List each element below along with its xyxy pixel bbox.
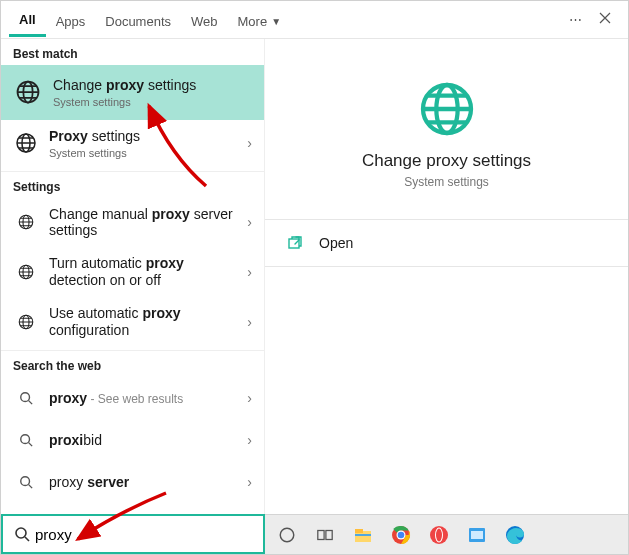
result-proxy-settings[interactable]: Proxy settings System settings ›	[1, 120, 264, 167]
chevron-right-icon: ›	[243, 264, 256, 280]
taskbar-cortana[interactable]	[273, 521, 301, 549]
more-options-button[interactable]: ⋯	[560, 5, 590, 35]
chevron-right-icon: ›	[243, 135, 256, 151]
search-icon	[13, 469, 39, 495]
result-title: proxy server	[49, 474, 233, 491]
tab-documents[interactable]: Documents	[95, 4, 181, 36]
svg-rect-24	[355, 534, 371, 536]
result-title: Use automatic proxy configuration	[49, 305, 233, 339]
chevron-down-icon: ▼	[271, 16, 281, 27]
chevron-right-icon: ›	[243, 432, 256, 448]
settings-result[interactable]: Use automatic proxy configuration›	[1, 297, 264, 347]
settings-result[interactable]: Change manual proxy server settings›	[1, 198, 264, 248]
taskbar-app-blue[interactable]	[463, 521, 491, 549]
globe-icon	[13, 309, 39, 335]
taskbar-chrome[interactable]	[387, 521, 415, 549]
settings-result[interactable]: Turn automatic proxy detection on or off…	[1, 247, 264, 297]
open-label: Open	[319, 235, 353, 251]
svg-point-19	[280, 528, 294, 542]
globe-icon	[13, 130, 39, 156]
scope-tabs: All Apps Documents Web More ▼ ⋯	[1, 1, 628, 39]
taskbar-explorer[interactable]	[349, 521, 377, 549]
svg-point-18	[16, 528, 26, 538]
chevron-right-icon: ›	[243, 390, 256, 406]
result-title: proxy - See web results	[49, 390, 233, 407]
result-title: Proxy settings	[49, 128, 233, 145]
section-settings: Settings	[1, 172, 264, 198]
section-search-web: Search the web	[1, 351, 264, 377]
svg-rect-20	[318, 530, 324, 539]
open-icon	[287, 234, 305, 252]
search-icon	[13, 427, 39, 453]
svg-point-30	[436, 528, 442, 541]
web-result[interactable]: proxibid›	[1, 419, 264, 461]
taskbar-opera[interactable]	[425, 521, 453, 549]
taskbar-edge[interactable]	[501, 521, 529, 549]
globe-icon	[13, 259, 39, 285]
svg-point-27	[398, 531, 405, 538]
tab-more-label: More	[238, 14, 268, 29]
taskbar-taskview[interactable]	[311, 521, 339, 549]
result-best-match[interactable]: Change proxy settings System settings	[1, 65, 264, 120]
open-action[interactable]: Open	[283, 220, 610, 266]
preview-subtitle: System settings	[283, 175, 610, 189]
svg-rect-32	[471, 531, 483, 539]
results-panel: Best match Change proxy settings System …	[1, 39, 265, 516]
chevron-right-icon: ›	[243, 474, 256, 490]
chevron-right-icon: ›	[243, 314, 256, 330]
svg-point-11	[21, 435, 30, 444]
web-result[interactable]: proxy - See web results›	[1, 377, 264, 419]
result-title: Change manual proxy server settings	[49, 206, 233, 240]
result-subtitle: System settings	[53, 96, 256, 108]
globe-icon	[415, 77, 479, 141]
tab-web[interactable]: Web	[181, 4, 228, 36]
result-title: Change proxy settings	[53, 77, 256, 94]
close-button[interactable]	[590, 5, 620, 35]
search-input[interactable]	[33, 522, 255, 547]
section-best-match: Best match	[1, 39, 264, 65]
svg-point-12	[21, 477, 30, 486]
tab-apps[interactable]: Apps	[46, 4, 96, 36]
search-bar[interactable]	[1, 514, 265, 554]
globe-icon	[13, 77, 43, 107]
ellipsis-icon: ⋯	[569, 12, 582, 27]
preview-title: Change proxy settings	[283, 151, 610, 171]
result-title: proxibid	[49, 432, 233, 449]
svg-rect-17	[289, 239, 299, 248]
search-icon	[13, 385, 39, 411]
globe-icon	[13, 209, 39, 235]
web-result[interactable]: proxy server›	[1, 461, 264, 503]
tab-more[interactable]: More ▼	[228, 4, 292, 36]
tab-all[interactable]: All	[9, 2, 46, 37]
result-title: Turn automatic proxy detection on or off	[49, 255, 233, 289]
close-icon	[599, 12, 611, 27]
svg-rect-21	[326, 530, 332, 539]
chevron-right-icon: ›	[243, 214, 256, 230]
search-icon	[11, 523, 33, 545]
preview-panel: Change proxy settings System settings Op…	[265, 39, 628, 516]
svg-rect-23	[355, 529, 363, 533]
taskbar	[265, 514, 628, 554]
result-subtitle: System settings	[49, 147, 233, 159]
svg-point-10	[21, 393, 30, 402]
